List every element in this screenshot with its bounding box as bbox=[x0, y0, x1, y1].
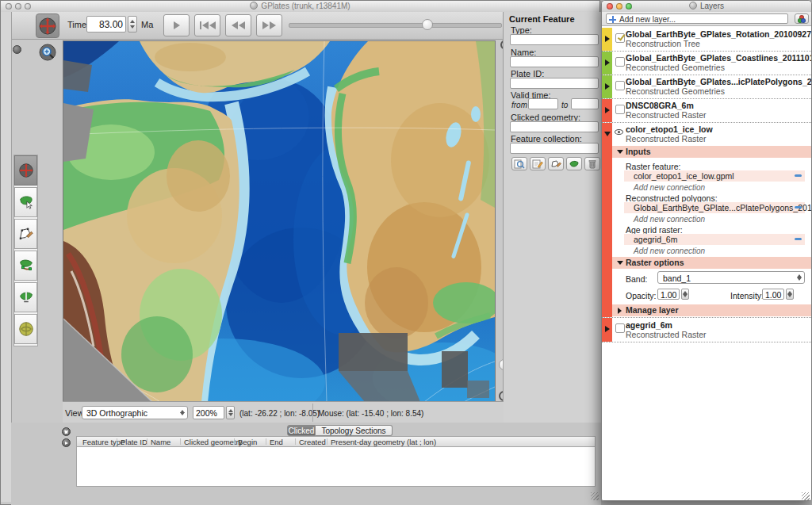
layer-row-rotation[interactable]: Global_EarthByte_GPlates_Rotation_201009… bbox=[602, 28, 812, 52]
disconnect-icon[interactable] bbox=[795, 238, 802, 240]
time-slider-knob[interactable] bbox=[422, 19, 433, 30]
band-select[interactable]: band_1 bbox=[657, 271, 805, 284]
valid-time-to-field[interactable] bbox=[571, 98, 599, 109]
layers-window: Layers Add new layer... Global_EarthByte… bbox=[601, 0, 812, 501]
opacity-input[interactable]: 1.00 bbox=[657, 289, 680, 300]
expand-arrow-icon[interactable] bbox=[605, 326, 610, 332]
add-new-layer-button[interactable]: Add new layer... bbox=[606, 13, 788, 24]
inputs-section-header[interactable]: Inputs bbox=[612, 146, 812, 158]
query-feature-button[interactable] bbox=[511, 157, 527, 170]
zoom-percent-stepper[interactable] bbox=[226, 406, 235, 419]
age-grid-connection[interactable]: agegrid_6m bbox=[624, 234, 805, 245]
intensity-stepper[interactable] bbox=[786, 289, 794, 300]
reconstructed-polygons-connection[interactable]: Global_EarthByte_GPlate...cPlatePolygons… bbox=[624, 202, 805, 213]
layer-visibility-checkbox[interactable] bbox=[615, 57, 625, 67]
disconnect-icon[interactable] bbox=[795, 206, 802, 209]
main-titlebar[interactable]: GPlates (trunk, r13841M) bbox=[1, 1, 599, 13]
clicked-table-body[interactable] bbox=[76, 447, 596, 487]
close-panel-button[interactable] bbox=[62, 427, 71, 436]
clicked-table-panel: Clicked Topology Sections Feature type P… bbox=[11, 423, 601, 505]
choose-feature-tool[interactable] bbox=[14, 187, 37, 217]
layer-visibility-eye-icon[interactable] bbox=[615, 129, 623, 135]
measure-distance-tool[interactable] bbox=[14, 314, 37, 344]
layer-type: Reconstructed Geometries bbox=[626, 86, 725, 96]
time-slider-track[interactable] bbox=[289, 23, 502, 28]
left-dock-strip bbox=[1, 12, 12, 502]
time-input[interactable] bbox=[86, 16, 126, 33]
layers-window-resize-grip[interactable] bbox=[802, 492, 810, 500]
layer-row-dnsc08gra[interactable]: DNSC08GRA_6m Reconstructed Raster bbox=[602, 99, 812, 123]
dock-handle-icon[interactable] bbox=[13, 45, 21, 54]
manage-colouring-button[interactable] bbox=[795, 13, 809, 24]
collapse-arrow-icon[interactable] bbox=[604, 132, 611, 136]
tab-topology-sections[interactable]: Topology Sections bbox=[316, 425, 393, 436]
manage-layer-title: Manage layer bbox=[626, 305, 679, 315]
delete-feature-button[interactable] bbox=[584, 157, 600, 170]
zoom-percent-input[interactable] bbox=[193, 406, 224, 419]
seek-start-button[interactable] bbox=[194, 14, 220, 36]
plate-id-field[interactable] bbox=[510, 78, 599, 89]
layers-titlebar[interactable]: Layers bbox=[602, 1, 811, 13]
move-vertex-tool[interactable] bbox=[14, 251, 37, 281]
globe-canvas[interactable] bbox=[63, 40, 496, 403]
expand-arrow-icon[interactable] bbox=[605, 107, 610, 113]
col-created[interactable]: Created bbox=[299, 438, 326, 446]
layer-row-agegrid[interactable]: agegrid_6m Reconstructed Raster bbox=[602, 318, 812, 342]
view-projection-value: 3D Orthographic bbox=[86, 408, 147, 418]
split-feature-tool[interactable] bbox=[14, 282, 37, 312]
from-label: from bbox=[511, 101, 527, 109]
type-field[interactable] bbox=[510, 34, 599, 45]
drag-globe-tool[interactable] bbox=[14, 155, 37, 186]
layer-name: DNSC08GRA_6m bbox=[626, 101, 694, 110]
feature-collection-field[interactable] bbox=[510, 143, 599, 154]
detach-panel-button[interactable] bbox=[62, 438, 71, 447]
expand-arrow-icon[interactable] bbox=[605, 83, 610, 90]
layer-visibility-checkbox[interactable] bbox=[615, 81, 625, 90]
clone-geometry-button[interactable] bbox=[566, 157, 582, 170]
edit-feature-button[interactable] bbox=[530, 157, 546, 170]
opacity-stepper[interactable] bbox=[681, 289, 689, 300]
view-projection-select[interactable]: 3D Orthographic bbox=[82, 406, 188, 419]
col-plate-id[interactable]: Plate ID bbox=[121, 438, 147, 446]
layer-row-coastlines[interactable]: Global_EarthByte_GPlates_Coastlines_2011… bbox=[602, 52, 812, 75]
zoom-globe-toolbar-button[interactable] bbox=[36, 40, 59, 64]
main-window-resize-grip[interactable] bbox=[591, 492, 599, 500]
step-back-button[interactable] bbox=[225, 14, 251, 36]
play-button[interactable] bbox=[163, 14, 190, 36]
layer-visibility-checkbox[interactable] bbox=[615, 323, 625, 333]
drag-globe-toolbar-button[interactable] bbox=[36, 13, 59, 38]
col-feature-type[interactable]: Feature type bbox=[82, 438, 124, 446]
add-connection-link[interactable]: Add new connection bbox=[634, 183, 705, 192]
add-connection-link[interactable]: Add new connection bbox=[634, 247, 705, 255]
edit-geometry-button[interactable] bbox=[548, 157, 564, 170]
intensity-input[interactable]: 1.00 bbox=[762, 289, 784, 300]
clone-geometry-icon bbox=[569, 159, 580, 169]
add-new-layer-label: Add new layer... bbox=[619, 15, 676, 24]
choose-feature-tool-icon bbox=[17, 193, 35, 211]
expand-arrow-icon[interactable] bbox=[605, 36, 610, 42]
manage-layer-section-header[interactable]: Manage layer bbox=[612, 304, 812, 316]
col-present-day-geometry[interactable]: Present-day geometry (lat ; lon) bbox=[331, 438, 436, 446]
expand-arrow-icon[interactable] bbox=[605, 59, 610, 66]
step-forward-button[interactable] bbox=[256, 14, 282, 36]
col-name[interactable]: Name bbox=[151, 438, 170, 446]
layer-visibility-checkbox[interactable] bbox=[615, 105, 625, 114]
add-connection-link[interactable]: Add new connection bbox=[634, 215, 705, 224]
valid-time-from-field[interactable] bbox=[528, 98, 558, 109]
clicked-geometry-field[interactable] bbox=[510, 121, 599, 132]
tab-clicked[interactable]: Clicked bbox=[287, 425, 316, 436]
layer-visibility-checkbox[interactable] bbox=[615, 33, 625, 43]
raster-feature-connection[interactable]: color_etopo1_ice_low.gpml bbox=[624, 170, 805, 182]
col-end[interactable]: End bbox=[270, 438, 283, 446]
name-field[interactable] bbox=[510, 56, 599, 67]
time-stepper[interactable] bbox=[128, 16, 137, 33]
layer-row-color-etopo1[interactable]: color_etopo1_ice_low Reconstructed Raste… bbox=[602, 123, 812, 318]
layer-row-plate-polygons[interactable]: Global_EarthByte_GPlates...icPlatePolygo… bbox=[602, 75, 812, 99]
disconnect-icon[interactable] bbox=[795, 174, 802, 177]
opacity-value: 1.00 bbox=[661, 290, 676, 300]
digitise-geometry-tool[interactable] bbox=[14, 219, 37, 249]
section-expand-icon bbox=[618, 308, 622, 314]
mouse-position-readout: Mouse: (lat: -15.40 ; lon: 8.54) bbox=[318, 409, 423, 418]
raster-options-section-header[interactable]: Raster options bbox=[612, 257, 812, 269]
col-begin[interactable]: Begin bbox=[238, 438, 257, 446]
